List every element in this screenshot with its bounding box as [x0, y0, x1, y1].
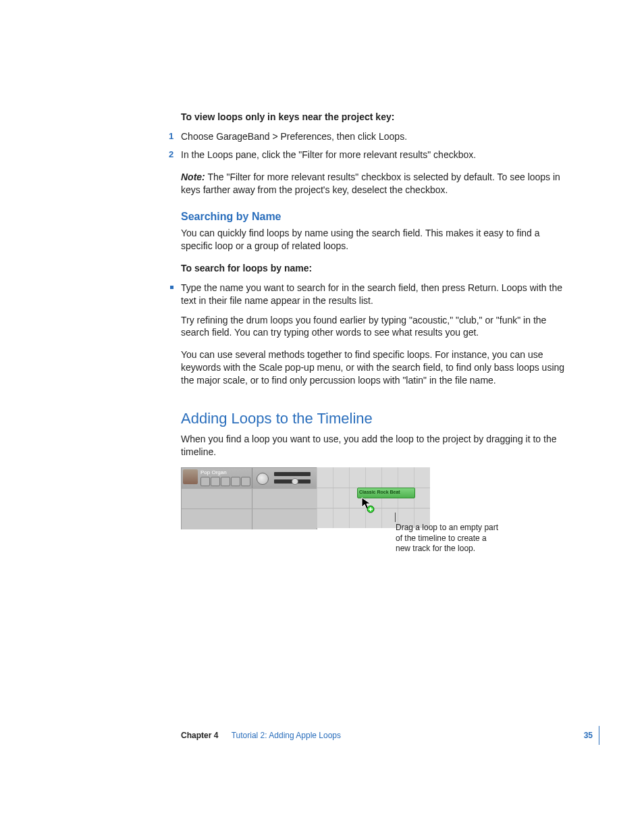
step-text: In the Loops pane, click the "Filter for…: [181, 149, 476, 160]
lock-button[interactable]: [231, 477, 240, 486]
bullet-item: Type the name you want to search for in …: [181, 282, 571, 307]
record-enable-button[interactable]: [200, 477, 210, 486]
subheading-search-loops: To search for loops by name:: [181, 262, 571, 275]
numbered-steps: 1Choose GarageBand > Preferences, then c…: [181, 130, 571, 161]
adding-intro: When you find a loop you want to use, yo…: [181, 433, 571, 459]
track-buttons: [200, 477, 250, 486]
heading-searching-by-name: Searching by Name: [181, 209, 571, 224]
step-1: 1Choose GarageBand > Preferences, then c…: [181, 130, 571, 143]
bullet-text: Type the name you want to search for in …: [181, 282, 562, 306]
heading-adding-loops: Adding Loops to the Timeline: [181, 409, 571, 429]
pan-knob[interactable]: [257, 473, 269, 485]
track-header: Pop Organ: [182, 468, 317, 489]
disclosure-button[interactable]: [241, 477, 250, 486]
track-header-area: Pop Organ: [181, 467, 317, 529]
note-body: The "Filter for more relevant results" c…: [181, 172, 560, 195]
note-paragraph: Note: The "Filter for more relevant resu…: [181, 171, 571, 197]
step-number: 2: [169, 149, 173, 161]
callout-leader-line: [395, 513, 396, 522]
empty-track-header: [182, 509, 317, 529]
level-meter: [274, 472, 311, 476]
step-number: 1: [169, 130, 173, 142]
mute-button[interactable]: [211, 477, 220, 486]
square-bullet-icon: [170, 286, 173, 289]
track-mixer: [252, 468, 317, 488]
searching-intro: You can quickly find loops by name using…: [181, 227, 571, 253]
track-name-label: Pop Organ: [200, 469, 227, 477]
bulleted-steps: Type the name you want to search for in …: [181, 282, 571, 307]
page-footer: Chapter 4 Tutorial 2: Adding Apple Loops…: [181, 730, 599, 741]
empty-track-header: [182, 488, 317, 509]
instrument-icon: [183, 469, 198, 484]
figure-callout: Drag a loop to an empty part of the time…: [396, 523, 504, 554]
timeline-figure: Pop Organ: [181, 467, 431, 535]
step-2: 2In the Loops pane, click the "Filter fo…: [181, 149, 571, 161]
volume-slider-thumb[interactable]: [292, 478, 298, 485]
paragraph: Try refining the drum loops you found ea…: [181, 314, 571, 340]
drag-cursor-icon: [361, 497, 375, 513]
footer-rule: [599, 726, 599, 745]
solo-button[interactable]: [221, 477, 230, 486]
note-label: Note:: [181, 172, 205, 182]
paragraph: You can use several methods together to …: [181, 348, 571, 387]
timeline-area[interactable]: Classic Rock Beat: [317, 467, 430, 528]
subheading-view-loops: To view loops only in keys near the proj…: [181, 111, 571, 124]
page-number: 35: [584, 730, 593, 741]
timeline-row: [317, 467, 430, 488]
chapter-label: Chapter 4: [181, 731, 218, 740]
tutorial-label: Tutorial 2: Adding Apple Loops: [232, 731, 341, 740]
step-text: Choose GarageBand > Preferences, then cl…: [181, 131, 407, 142]
